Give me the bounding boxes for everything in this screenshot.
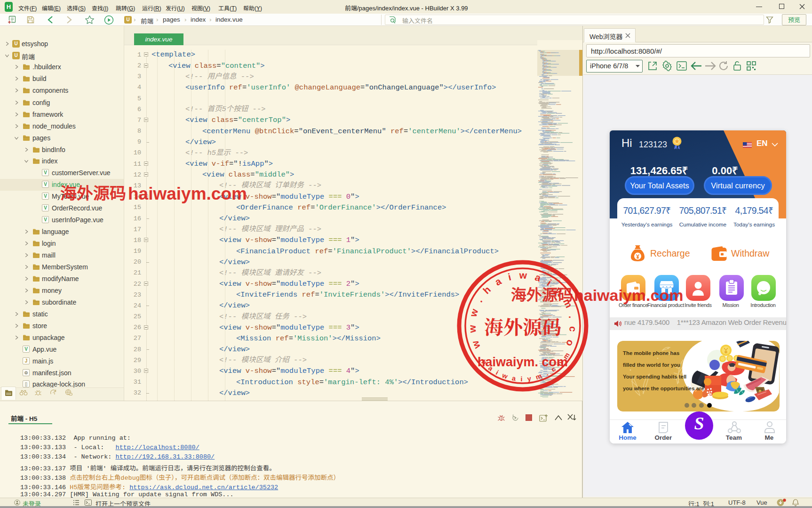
svg-text:haiwaiym. com: haiwaiym. com <box>478 355 568 369</box>
svg-text:w w w . h a i w a i y m . c o: w w w . h a i w a i y m . c o m <box>454 257 579 355</box>
svg-text:海外源码: 海外源码 <box>484 312 561 340</box>
